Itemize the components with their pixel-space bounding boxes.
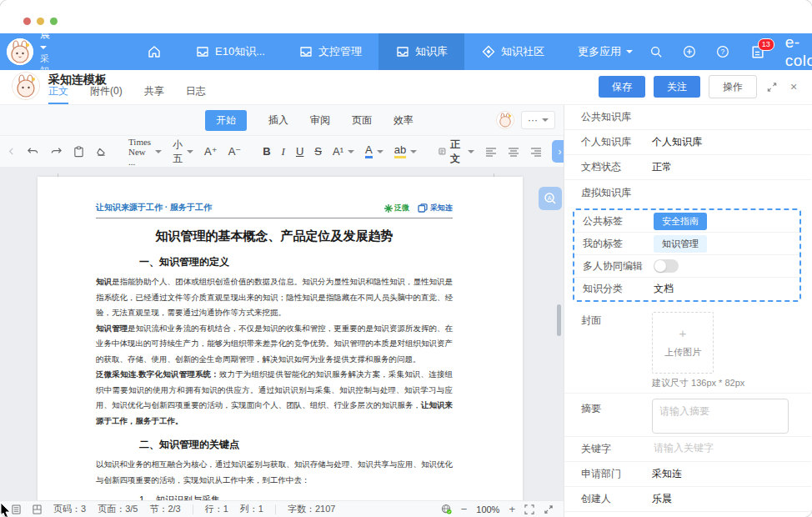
underline-button[interactable]: U xyxy=(296,145,303,158)
plus-icon: + xyxy=(679,327,687,339)
chevron-down-icon xyxy=(410,150,417,153)
status-page-number: 页码：3 xyxy=(53,503,86,515)
format-eraser-icon[interactable] xyxy=(95,146,107,157)
create-plus-icon[interactable] xyxy=(683,44,696,59)
ribbon-tab-review[interactable]: 审阅 xyxy=(310,113,330,128)
chevron-down-icon xyxy=(377,150,383,153)
summary-input[interactable] xyxy=(652,399,789,434)
font-color-select[interactable]: A xyxy=(365,144,383,158)
nav-actions: ? 13 e-cology xyxy=(649,33,812,70)
find-in-doc-button[interactable]: A xyxy=(539,187,562,210)
document-brand-logos: 泛微 采知连 xyxy=(384,203,453,213)
nav-menu: E10知识... 文控管理 知识库 知识社区 更多应用 xyxy=(130,33,649,70)
chevron-down-icon xyxy=(187,150,193,153)
ribbon-tab-start[interactable]: 开始 xyxy=(205,110,247,131)
outline-view-icon[interactable] xyxy=(12,504,21,514)
ribbon-tab-insert[interactable]: 插入 xyxy=(268,113,288,128)
magnifier-a-icon: A xyxy=(544,192,557,205)
grow-font-button[interactable]: A⁺ xyxy=(204,145,218,158)
section-heading-1: 一、知识管理的定义 xyxy=(96,255,453,269)
fullscreen-icon[interactable] xyxy=(544,504,554,514)
minimize-window-button[interactable] xyxy=(37,18,44,25)
window-titlebar xyxy=(0,0,812,33)
zoom-level[interactable]: 100% xyxy=(476,504,499,514)
nav-item-knowledge-base[interactable]: 知识库 xyxy=(378,33,464,70)
field-virtual-kb: 虚拟知识库 xyxy=(564,180,811,205)
font-size-select[interactable]: 小五 xyxy=(173,138,193,166)
document-banner: 让知识来源于工作 · 服务于工作 泛微 采知连 xyxy=(96,202,453,213)
expand-icon[interactable] xyxy=(765,82,779,93)
section-heading-2: 二、知识管理的关键点 xyxy=(96,438,453,452)
toolbar-expand-button[interactable]: › xyxy=(552,140,564,163)
notifications-doc-icon[interactable]: 13 xyxy=(749,44,765,59)
editor-scrollbar-thumb[interactable] xyxy=(557,304,561,336)
ribbon-tab-page[interactable]: 页面 xyxy=(352,113,372,128)
tab-attachments[interactable]: 附件(0) xyxy=(90,84,123,104)
paragraph: 知识是指能协助个人、团体或组织创造价值的数据及信息。知识分为显性知识和隐性知识，… xyxy=(96,274,453,321)
italic-button[interactable]: I xyxy=(282,145,285,158)
ribbon-more-button[interactable]: ··· xyxy=(521,111,555,129)
follow-button[interactable]: 关注 xyxy=(654,76,700,98)
zoom-in-button[interactable]: + xyxy=(509,503,515,515)
collapse-toolbar-icon[interactable] xyxy=(7,147,16,156)
status-page-count: 页面：3/5 xyxy=(98,503,138,515)
close-icon[interactable]: × xyxy=(787,80,800,93)
paragraph-style-select[interactable]: 正文 xyxy=(439,138,474,166)
undo-icon[interactable] xyxy=(27,146,39,157)
zoom-out-button[interactable]: − xyxy=(461,503,468,515)
ribbon-right: ··· xyxy=(496,111,555,129)
inbox-icon xyxy=(298,44,313,59)
banner-rule xyxy=(96,218,453,218)
close-window-button[interactable] xyxy=(23,18,31,25)
nav-item-more-apps[interactable]: 更多应用 xyxy=(561,33,649,70)
ecology-logo[interactable]: e-cology xyxy=(785,33,812,70)
zoom-window-button[interactable] xyxy=(50,18,58,25)
editor-ribbon: 开始 插入 审阅 页面 效率 ··· xyxy=(0,105,564,135)
tab-share[interactable]: 共享 xyxy=(144,84,164,104)
align-left-icon[interactable] xyxy=(485,147,497,157)
bold-button[interactable]: B xyxy=(263,145,270,158)
editor-pane: 开始 插入 审阅 页面 效率 ··· xyxy=(0,105,564,517)
align-center-icon[interactable] xyxy=(508,147,519,157)
align-right-icon[interactable] xyxy=(530,147,542,157)
nav-item-knowledge-community[interactable]: 知识社区 xyxy=(464,33,561,70)
shrink-font-button[interactable]: A⁻ xyxy=(228,145,242,158)
field-category: 知识分类 文档 xyxy=(574,278,799,300)
strikethrough-button[interactable]: S xyxy=(314,145,322,158)
user-avatar[interactable] xyxy=(7,38,33,65)
doc-tabs: 正文 附件(0) 共享 日志 xyxy=(48,84,206,104)
user-area[interactable]: 乐晨 采知连 xyxy=(0,33,50,70)
svg-text:?: ? xyxy=(720,48,724,56)
paragraph: 知识管理是知识流和业务流的有机结合，不仅是知识的收集和管控，更重要的是知识资源所… xyxy=(96,321,453,368)
zoom-controls: − 100% + xyxy=(441,503,554,515)
my-tag-chip[interactable]: 知识管理 xyxy=(654,235,707,253)
brand-left-label: 泛微 xyxy=(394,203,409,213)
operation-button[interactable]: 操作 xyxy=(709,75,757,98)
search-icon[interactable] xyxy=(649,44,663,59)
document-page[interactable]: 让知识来源于工作 · 服务于工作 泛微 采知连 xyxy=(38,177,523,500)
keywords-input[interactable] xyxy=(652,441,785,454)
nav-item-e10[interactable]: E10知识... xyxy=(178,33,282,70)
redo-icon[interactable] xyxy=(50,146,63,157)
highlight-color-select[interactable]: ab xyxy=(394,144,417,158)
editor-canvas[interactable]: 让知识来源于工作 · 服务于工作 泛微 采知连 xyxy=(0,167,564,500)
fit-page-icon[interactable] xyxy=(524,504,534,514)
spellcheck-globe-icon[interactable] xyxy=(441,504,452,514)
tab-log[interactable]: 日志 xyxy=(186,84,206,104)
field-public-kb: 公共知识库 xyxy=(564,105,811,130)
page-view-icon[interactable] xyxy=(33,504,42,514)
field-department: 申请部门 采知连 xyxy=(564,462,811,487)
ribbon-tab-efficiency[interactable]: 效率 xyxy=(393,113,414,128)
paste-icon[interactable] xyxy=(73,146,84,158)
nav-item-home[interactable] xyxy=(130,33,178,70)
nav-item-doc-control[interactable]: 文控管理 xyxy=(282,33,378,70)
public-tag-chip[interactable]: 安全指南 xyxy=(654,213,707,230)
upload-cover-button[interactable]: + 上传图片 xyxy=(652,312,714,374)
chevron-down-icon xyxy=(348,150,354,153)
tab-body[interactable]: 正文 xyxy=(48,84,68,104)
font-family-select[interactable]: Times New ... xyxy=(128,137,162,167)
save-button[interactable]: 保存 xyxy=(599,76,645,98)
text-effect-select[interactable]: A¹ xyxy=(333,145,354,158)
co-edit-toggle[interactable] xyxy=(654,259,679,273)
help-icon[interactable]: ? xyxy=(716,44,729,59)
